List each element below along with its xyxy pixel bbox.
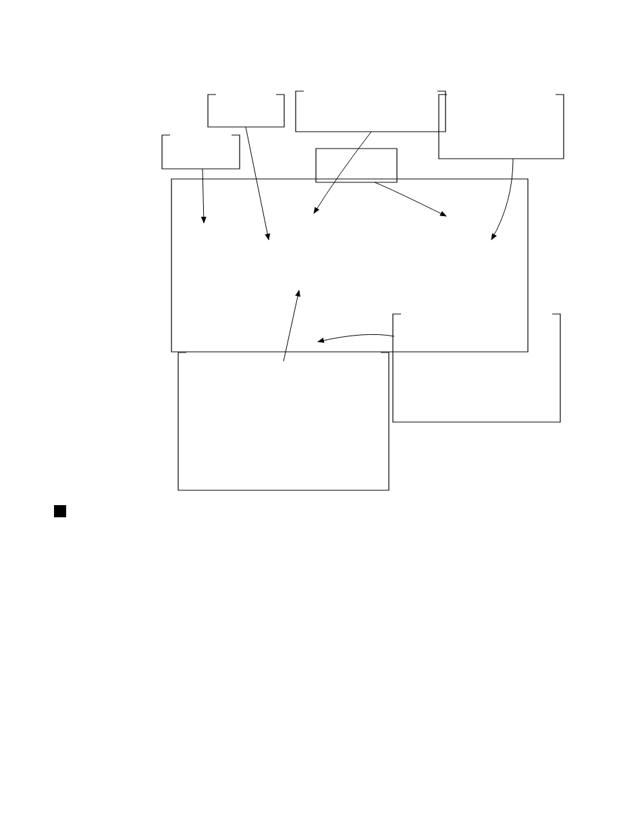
arrow-1 (246, 127, 269, 240)
box-mid-right (393, 314, 560, 422)
box-top-small-1 (208, 95, 284, 127)
arrow-5 (284, 290, 299, 361)
box-top-small-5 (316, 149, 397, 182)
solid-square-icon (54, 505, 66, 517)
boxes-group (162, 91, 564, 490)
arrow-3 (375, 182, 446, 216)
diagram-svg (0, 0, 644, 834)
box-top-small-3 (439, 95, 564, 159)
box-top-small-2 (296, 91, 446, 132)
arrows-group (203, 127, 513, 361)
arrow-2 (314, 132, 371, 213)
box-top-small-4 (162, 135, 240, 169)
arrow-6 (318, 334, 394, 342)
box-big-main (171, 179, 528, 352)
box-bottom-big (178, 353, 389, 490)
arrow-0 (203, 169, 204, 223)
diagram-stage (0, 0, 644, 834)
arrow-4 (491, 159, 513, 240)
